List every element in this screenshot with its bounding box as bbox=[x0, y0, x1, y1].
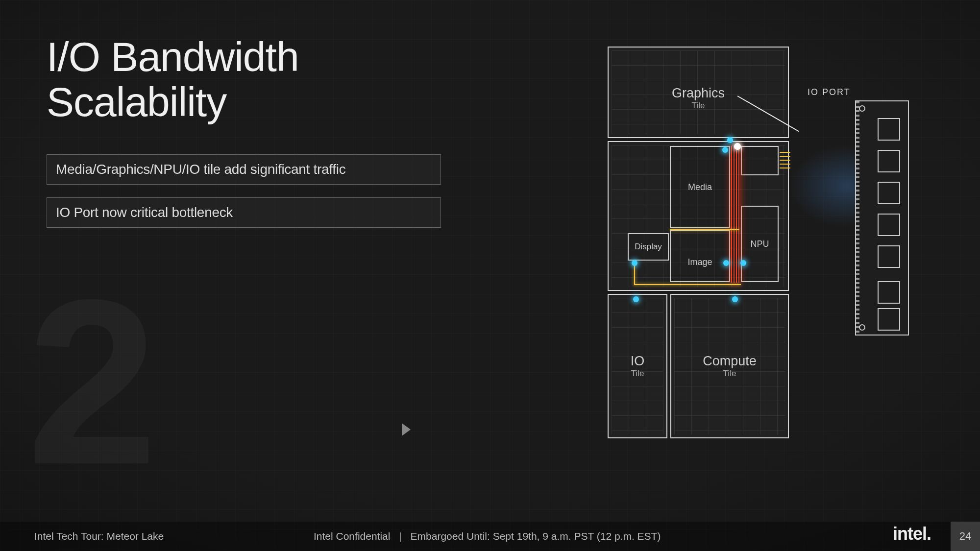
dot-6 bbox=[633, 296, 639, 302]
slide-title: I/O Bandwidth Scalability bbox=[47, 34, 299, 125]
dram-chip bbox=[878, 245, 900, 268]
dot-1 bbox=[727, 137, 733, 143]
footer-separator: | bbox=[399, 530, 401, 542]
dram-chip bbox=[878, 214, 900, 236]
bullet-list: Media/Graphics/NPU/IO tile add significa… bbox=[47, 154, 441, 240]
io-tile-name: IO bbox=[609, 354, 666, 369]
dimm-module bbox=[855, 100, 909, 335]
title-line-2: Scalability bbox=[47, 79, 226, 125]
section-number-bg: 2 bbox=[27, 264, 148, 500]
dot-7 bbox=[732, 296, 738, 302]
dram-chip bbox=[878, 150, 900, 172]
image-label: Image bbox=[687, 257, 712, 267]
small-block bbox=[741, 146, 779, 175]
footer-bar: Intel Tech Tour: Meteor Lake Intel Confi… bbox=[0, 522, 980, 551]
congestion-lines bbox=[731, 146, 740, 283]
image-block: Image bbox=[670, 230, 730, 282]
footer-confidential: Intel Confidential bbox=[314, 530, 390, 542]
dot-2 bbox=[722, 147, 728, 153]
display-label: Display bbox=[635, 242, 662, 252]
bullet-1: Media/Graphics/NPU/IO tile add significa… bbox=[47, 154, 441, 185]
dot-4 bbox=[723, 260, 729, 266]
graphics-tile-name: Graphics bbox=[609, 86, 788, 101]
dram-chip bbox=[878, 118, 900, 141]
media-block: Media bbox=[670, 146, 730, 228]
compute-tile-name: Compute bbox=[671, 354, 788, 369]
compute-tile-sub: Tile bbox=[671, 369, 788, 379]
io-tile: IO Tile bbox=[608, 294, 667, 438]
footer-embargo: Embargoed Until: Sept 19th, 9 a.m. PST (… bbox=[411, 530, 661, 542]
npu-label: NPU bbox=[750, 239, 769, 249]
yellow-route-2 bbox=[634, 284, 741, 285]
graphics-tile: Graphics Tile bbox=[608, 47, 789, 138]
compute-tile: Compute Tile bbox=[670, 294, 789, 438]
dot-3 bbox=[632, 260, 637, 266]
dram-chip bbox=[878, 308, 900, 331]
npu-block: NPU bbox=[741, 206, 779, 282]
io-tile-sub: Tile bbox=[609, 369, 666, 379]
media-label: Media bbox=[688, 182, 712, 192]
soc-tile: Media NPU Display Image bbox=[608, 141, 789, 291]
dot-5 bbox=[740, 260, 746, 266]
dram-chip bbox=[878, 281, 900, 304]
dram-chip bbox=[878, 182, 900, 204]
io-port-callout-label: IO PORT bbox=[808, 87, 851, 97]
intel-logo: intel bbox=[893, 524, 931, 544]
display-block: Display bbox=[628, 233, 669, 261]
bullet-2: IO Port now critical bottleneck bbox=[47, 197, 441, 228]
play-indicator-icon bbox=[402, 423, 411, 436]
page-number: 24 bbox=[951, 522, 980, 551]
title-line-1: I/O Bandwidth bbox=[47, 34, 299, 80]
io-port-dot bbox=[734, 143, 741, 150]
yellow-route-1 bbox=[670, 229, 739, 230]
footer-left: Intel Tech Tour: Meteor Lake bbox=[34, 530, 164, 542]
